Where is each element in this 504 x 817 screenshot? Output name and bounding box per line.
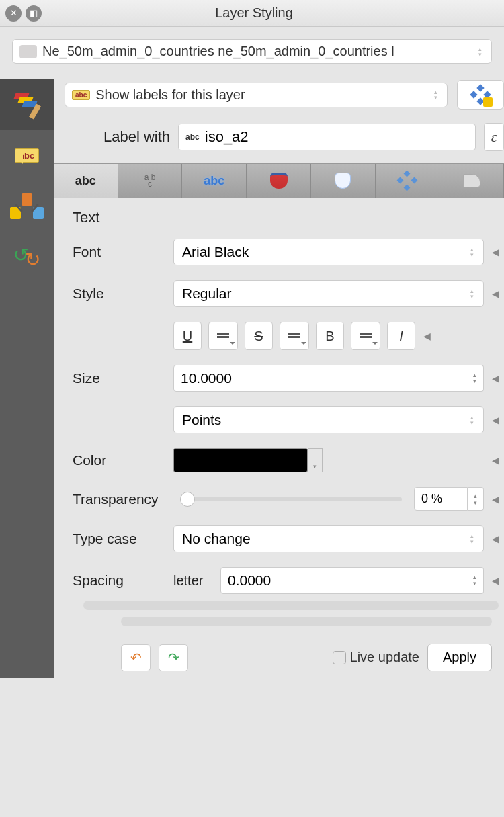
underline-override-button[interactable] (208, 322, 238, 350)
label-mode-text: Show labels for this layer (95, 87, 245, 103)
font-label: Font (73, 244, 167, 260)
letter-spacing-input[interactable]: 0.0000 (220, 567, 466, 594)
style-select[interactable]: Regular▴▾ (173, 280, 484, 307)
abc-badge-icon: abc (72, 90, 90, 100)
chevron-updown-icon: ▴▾ (474, 46, 486, 57)
brush-icon (12, 89, 42, 119)
abc-tag-icon: abc (15, 148, 39, 163)
placement-icon (398, 171, 417, 190)
font-select[interactable]: Arial Black▴▾ (173, 239, 484, 265)
transparency-input[interactable]: 0 % (414, 487, 468, 511)
color-swatch (173, 448, 308, 472)
tab-placement[interactable] (376, 164, 440, 198)
spacing-override-button[interactable] (489, 570, 501, 591)
transparency-spinner[interactable]: ▴▾ (468, 487, 484, 511)
typecase-override-button[interactable] (489, 529, 501, 549)
tab-buffer[interactable]: abc (182, 164, 247, 198)
mode-sidebar: abc ↻↻ (0, 79, 54, 678)
bold-override-button[interactable] (351, 322, 380, 350)
color-override-button[interactable] (489, 450, 501, 470)
size-unit-select[interactable]: Points▴▾ (173, 406, 484, 433)
layer-name: Ne_50m_admin_0_countries ne_50m_admin_0_… (42, 44, 394, 59)
sizeunit-override-button[interactable] (489, 410, 501, 430)
label-field-value: iso_a2 (205, 128, 249, 146)
paintbrush-icon (463, 174, 480, 187)
titlebar: ✕ ◧ Layer Styling (0, 0, 504, 27)
color-picker[interactable]: ▾ (173, 448, 323, 472)
formatting-icon: a bc (144, 174, 156, 187)
stylebtn-override-button[interactable] (421, 326, 433, 346)
typecase-label: Type case (73, 531, 167, 547)
typecase-select[interactable]: No change▴▾ (173, 525, 484, 552)
redo-icon: ↷ (168, 650, 179, 666)
transparency-slider[interactable] (180, 497, 402, 501)
tab-formatting[interactable]: a bc (118, 164, 183, 198)
placement-icon (471, 85, 490, 104)
checkbox-icon (333, 651, 346, 664)
size-spinner[interactable]: ▴▾ (466, 365, 484, 392)
style-override-button[interactable] (489, 284, 501, 304)
undo-icon: ↶ (130, 650, 142, 666)
undo-redo-icon: ↻↻ (13, 244, 40, 271)
abc-prefix-icon: abc (185, 132, 200, 142)
diagrams-mode[interactable] (0, 181, 54, 232)
redo-button[interactable]: ↷ (159, 644, 188, 671)
underline-button[interactable]: U (173, 322, 202, 350)
transparency-label: Transparency (73, 491, 167, 507)
apply-button[interactable]: Apply (427, 644, 492, 671)
shadow-shield-icon (335, 173, 351, 189)
layer-icon (19, 45, 37, 58)
labels-mode[interactable]: abc (0, 130, 54, 181)
override-icon (360, 331, 372, 341)
color-label: Color (73, 452, 167, 468)
size-override-button[interactable] (489, 368, 501, 388)
layer-selector[interactable]: Ne_50m_admin_0_countries ne_50m_admin_0_… (12, 39, 492, 64)
tab-background[interactable] (247, 164, 311, 198)
strikeout-button[interactable]: S (245, 322, 273, 350)
section-header: Text (73, 209, 501, 226)
size-input[interactable]: 10.0000 (173, 365, 466, 392)
dock-icon[interactable]: ◧ (26, 5, 42, 22)
live-update-checkbox[interactable]: Live update (333, 650, 419, 665)
strikeout-override-button[interactable] (280, 322, 309, 350)
buffer-icon: abc (204, 174, 224, 188)
inner-scrollbar[interactable] (83, 601, 499, 610)
diagram-icon (10, 194, 44, 219)
history-mode[interactable]: ↻↻ (0, 232, 54, 283)
shield-icon (270, 173, 288, 189)
font-override-button[interactable] (489, 242, 501, 262)
window-title: Layer Styling (46, 5, 462, 21)
spacing-label: Spacing (73, 572, 167, 589)
symbology-mode[interactable] (0, 79, 54, 130)
tab-rendering[interactable] (439, 164, 504, 198)
italic-button[interactable]: I (387, 322, 415, 350)
label-mode-select[interactable]: abc Show labels for this layer ▴▾ (65, 83, 448, 108)
chevron-down-icon[interactable]: ▾ (308, 448, 323, 472)
auto-placement-button[interactable] (457, 80, 504, 110)
label-settings-tabs: abc a bc abc (54, 163, 504, 198)
override-icon (288, 331, 300, 341)
transparency-override-button[interactable] (489, 489, 501, 509)
slider-thumb[interactable] (180, 492, 195, 507)
tab-text[interactable]: abc (54, 164, 118, 198)
chevron-updown-icon: ▴▾ (429, 89, 442, 100)
tab-shadow[interactable] (311, 164, 376, 198)
letter-label: letter (173, 573, 214, 589)
label-with-label: Label with (103, 128, 170, 146)
bold-button[interactable]: B (316, 322, 344, 350)
letter-spacing-spinner[interactable]: ▴▾ (466, 567, 484, 594)
outer-scrollbar[interactable] (121, 617, 492, 626)
close-icon[interactable]: ✕ (5, 5, 22, 22)
undo-button[interactable]: ↶ (121, 644, 151, 671)
override-icon (217, 331, 229, 341)
expression-button[interactable]: ε (484, 123, 504, 151)
label-field-input[interactable]: abc iso_a2 (178, 124, 476, 150)
size-label: Size (73, 370, 167, 386)
style-label: Style (73, 286, 167, 302)
